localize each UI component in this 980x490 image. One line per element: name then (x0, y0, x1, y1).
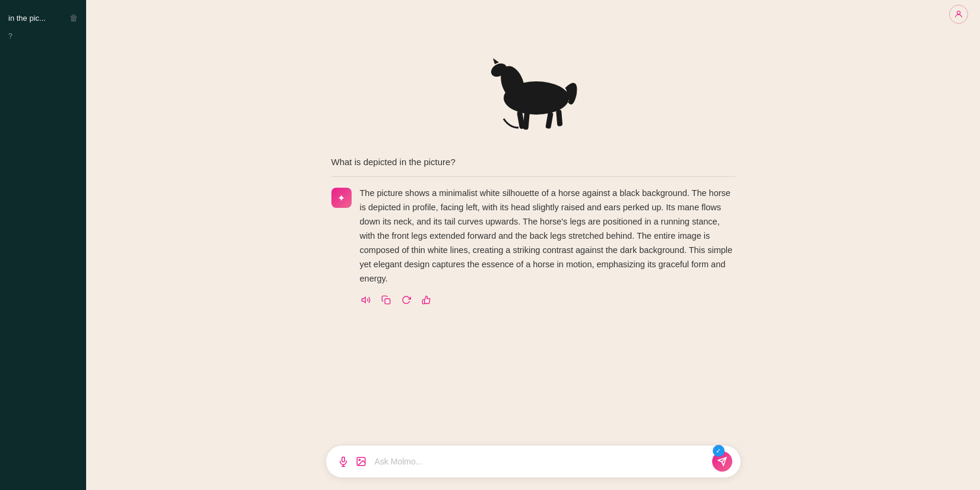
sidebar-item-label: in the pic... (8, 14, 69, 23)
chat-input[interactable] (370, 457, 712, 466)
user-message: What is depicted in the picture? (331, 157, 735, 177)
user-icon-button[interactable] (949, 5, 968, 24)
microphone-icon (338, 456, 349, 467)
ai-message-text: The picture shows a minimalist white sil… (360, 186, 735, 286)
attach-image-button[interactable] (352, 454, 370, 469)
user-message-text: What is depicted in the picture? (331, 157, 456, 167)
microphone-button[interactable] (334, 454, 352, 469)
sidebar: in the pic... 🗑 ? (0, 0, 86, 490)
sidebar-item-chat1[interactable]: in the pic... 🗑 (0, 7, 86, 29)
horse-silhouette (468, 36, 599, 131)
messages-area: What is depicted in the picture? ✦ The p… (331, 157, 735, 318)
ai-actions (360, 294, 735, 306)
copy-button[interactable] (380, 294, 392, 306)
input-container (325, 445, 741, 478)
svg-rect-8 (556, 109, 562, 127)
svg-point-0 (957, 11, 960, 14)
svg-marker-9 (362, 298, 365, 303)
ai-avatar: ✦ (331, 188, 352, 208)
copy-icon (381, 295, 391, 305)
delete-icon[interactable]: 🗑 (69, 13, 78, 23)
speak-button[interactable] (360, 294, 372, 306)
main-content: What is depicted in the picture? ✦ The p… (86, 0, 980, 490)
svg-point-15 (359, 459, 360, 460)
svg-rect-7 (545, 112, 554, 129)
horse-image (468, 36, 599, 133)
ai-message-content: The picture shows a minimalist white sil… (360, 186, 735, 306)
refresh-icon (402, 295, 411, 305)
ai-logo-icon: ✦ (337, 192, 345, 204)
user-icon (954, 10, 963, 19)
attach-icon (356, 456, 366, 467)
refresh-button[interactable] (400, 294, 412, 306)
header (937, 0, 980, 29)
send-icon (717, 457, 727, 466)
chat-container: What is depicted in the picture? ✦ The p… (86, 0, 980, 490)
ai-message: ✦ The picture shows a minimalist white s… (331, 186, 735, 306)
thumbsup-button[interactable] (421, 294, 432, 306)
svg-marker-4 (493, 58, 499, 64)
svg-rect-6 (523, 112, 530, 130)
check-badge: ✓ (713, 445, 725, 457)
speak-icon (361, 295, 371, 305)
thumbsup-icon (422, 295, 431, 305)
svg-rect-11 (342, 457, 344, 462)
svg-rect-10 (385, 299, 390, 304)
input-area: ✓ (86, 445, 980, 478)
sidebar-item-question: ? (0, 29, 86, 44)
